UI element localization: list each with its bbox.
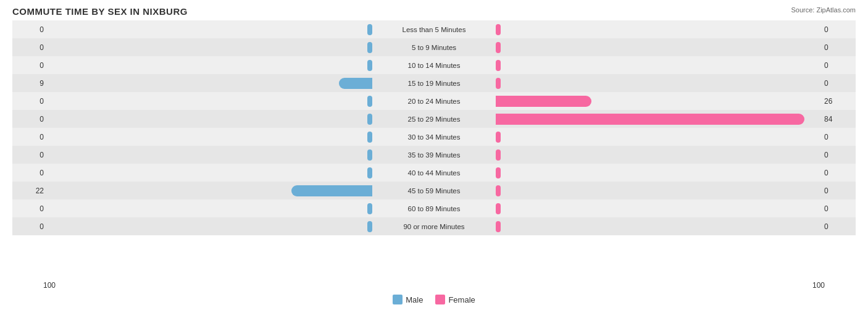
male-side bbox=[46, 23, 372, 36]
male-bar bbox=[367, 42, 372, 53]
bar-area: 10 to 14 Minutes bbox=[46, 56, 822, 74]
table-row: 0 30 to 34 Minutes 0 bbox=[12, 128, 856, 146]
male-side bbox=[46, 130, 372, 144]
female-bar bbox=[496, 60, 501, 71]
bar-area: Less than 5 Minutes bbox=[46, 20, 822, 38]
table-row: 22 45 to 59 Minutes 0 bbox=[12, 182, 856, 199]
left-value: 0 bbox=[12, 43, 46, 52]
male-bar bbox=[367, 96, 372, 107]
left-value: 0 bbox=[12, 61, 46, 70]
bar-area: 90 or more Minutes bbox=[46, 217, 822, 235]
male-bar bbox=[367, 149, 372, 161]
female-bar bbox=[496, 78, 501, 89]
chart-title: COMMUTE TIME BY SEX IN NIXBURG bbox=[12, 6, 856, 17]
male-side bbox=[46, 220, 372, 233]
right-value: 0 bbox=[822, 25, 856, 34]
table-row: 0 60 to 89 Minutes 0 bbox=[12, 199, 856, 217]
female-bar bbox=[496, 24, 501, 35]
female-bar bbox=[496, 42, 501, 53]
bar-area: 45 to 59 Minutes bbox=[46, 182, 822, 199]
female-bar bbox=[496, 149, 501, 161]
left-value: 0 bbox=[12, 169, 46, 177]
female-side bbox=[496, 148, 822, 162]
row-label: 30 to 34 Minutes bbox=[372, 133, 496, 141]
bar-area: 5 to 9 Minutes bbox=[46, 38, 822, 56]
bar-area: 25 to 29 Minutes bbox=[46, 110, 822, 128]
female-side bbox=[496, 202, 822, 216]
left-value: 0 bbox=[12, 133, 46, 141]
bar-area: 30 to 34 Minutes bbox=[46, 128, 822, 146]
row-label: 90 or more Minutes bbox=[372, 223, 496, 230]
legend-female: Female bbox=[435, 295, 475, 304]
bar-area: 20 to 24 Minutes bbox=[46, 92, 822, 110]
left-value: 0 bbox=[12, 151, 46, 159]
row-label: 10 to 14 Minutes bbox=[372, 62, 496, 69]
female-bar bbox=[496, 167, 501, 178]
male-side bbox=[46, 112, 372, 126]
female-bar bbox=[496, 114, 804, 125]
table-row: 0 25 to 29 Minutes 84 bbox=[12, 110, 856, 128]
row-label: 20 to 24 Minutes bbox=[372, 98, 496, 105]
row-label: 35 to 39 Minutes bbox=[372, 151, 496, 159]
female-side bbox=[496, 130, 822, 144]
chart-container: COMMUTE TIME BY SEX IN NIXBURG Source: Z… bbox=[0, 0, 868, 323]
row-label: Less than 5 Minutes bbox=[372, 26, 496, 33]
table-row: 0 20 to 24 Minutes 26 bbox=[12, 92, 856, 110]
male-bar bbox=[339, 78, 372, 89]
right-value: 0 bbox=[822, 133, 856, 141]
left-value: 0 bbox=[12, 222, 46, 231]
table-row: 0 90 or more Minutes 0 bbox=[12, 217, 856, 235]
female-side bbox=[496, 112, 822, 126]
table-row: 0 5 to 9 Minutes 0 bbox=[12, 38, 856, 56]
table-row: 0 10 to 14 Minutes 0 bbox=[12, 56, 856, 74]
female-bar bbox=[496, 203, 501, 214]
right-value: 26 bbox=[822, 97, 856, 106]
row-label: 40 to 44 Minutes bbox=[372, 169, 496, 177]
male-side bbox=[46, 41, 372, 54]
axis-left: 100 bbox=[43, 281, 56, 290]
right-value: 0 bbox=[822, 204, 856, 213]
left-value: 0 bbox=[12, 204, 46, 213]
row-label: 15 to 19 Minutes bbox=[372, 80, 496, 87]
male-bar bbox=[367, 132, 372, 143]
right-value: 84 bbox=[822, 115, 856, 124]
male-bar bbox=[367, 24, 372, 35]
table-row: 0 40 to 44 Minutes 0 bbox=[12, 164, 856, 182]
female-side bbox=[496, 59, 822, 72]
male-label: Male bbox=[406, 295, 423, 304]
right-value: 0 bbox=[822, 169, 856, 177]
female-side bbox=[496, 220, 822, 233]
male-bar bbox=[367, 60, 372, 71]
male-side bbox=[46, 59, 372, 72]
bar-area: 35 to 39 Minutes bbox=[46, 146, 822, 164]
male-bar bbox=[367, 114, 372, 125]
female-side bbox=[496, 166, 822, 180]
male-swatch bbox=[393, 295, 403, 304]
female-bar bbox=[496, 221, 501, 232]
female-bar bbox=[496, 96, 591, 107]
axis-right: 100 bbox=[812, 281, 825, 290]
female-side bbox=[496, 184, 822, 198]
table-row: 0 35 to 39 Minutes 0 bbox=[12, 146, 856, 164]
left-value: 22 bbox=[12, 187, 46, 195]
male-bar bbox=[291, 185, 372, 196]
row-label: 45 to 59 Minutes bbox=[372, 187, 496, 195]
right-value: 0 bbox=[822, 151, 856, 159]
bar-area: 15 to 19 Minutes bbox=[46, 74, 822, 92]
male-side bbox=[46, 148, 372, 162]
left-value: 0 bbox=[12, 115, 46, 124]
male-side bbox=[46, 184, 372, 198]
table-row: 0 Less than 5 Minutes 0 bbox=[12, 20, 856, 38]
right-value: 0 bbox=[822, 61, 856, 70]
right-value: 0 bbox=[822, 222, 856, 231]
right-value: 0 bbox=[822, 79, 856, 88]
legend: Male Female bbox=[12, 295, 856, 304]
male-bar bbox=[367, 221, 372, 232]
female-label: Female bbox=[448, 295, 475, 304]
row-label: 25 to 29 Minutes bbox=[372, 115, 496, 123]
bottom-axis: 100 100 bbox=[12, 281, 856, 290]
table-row: 9 15 to 19 Minutes 0 bbox=[12, 74, 856, 92]
male-bar bbox=[367, 167, 372, 178]
chart-area: 0 Less than 5 Minutes 0 0 5 to 9 Minutes bbox=[12, 20, 856, 280]
female-side bbox=[496, 77, 822, 90]
